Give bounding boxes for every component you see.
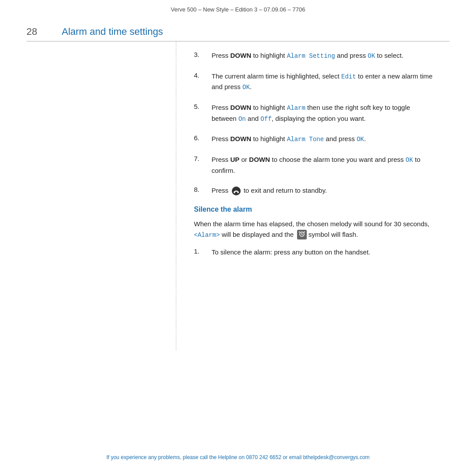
silence-title: Silence the alarm bbox=[194, 206, 436, 213]
silence-paragraph: When the alarm time has elapsed, the cho… bbox=[194, 219, 436, 240]
step-text-4: The current alarm time is highlighted, s… bbox=[212, 71, 436, 93]
silence-section: Silence the alarm When the alarm time ha… bbox=[194, 206, 436, 258]
down-bold-5: DOWN bbox=[231, 104, 252, 111]
alarm-symbol-icon bbox=[297, 230, 307, 239]
steps-list: 3. Press DOWN to highlight Alarm Setting… bbox=[194, 50, 436, 196]
alarm-setting-mono: Alarm Setting bbox=[287, 52, 335, 60]
footer-text: If you experience any problems, please c… bbox=[106, 454, 369, 460]
step-text-6: Press DOWN to highlight Alarm Tone and p… bbox=[212, 134, 366, 145]
sub-steps-list: 1. To silence the alarm: press any butto… bbox=[194, 247, 436, 257]
step-number-6: 6. bbox=[194, 134, 206, 142]
end-call-icon bbox=[231, 186, 241, 196]
svg-rect-8 bbox=[304, 232, 305, 232]
down-bold-3: DOWN bbox=[231, 52, 252, 59]
svg-rect-2 bbox=[237, 192, 238, 193]
svg-rect-7 bbox=[299, 232, 300, 232]
step-6: 6. Press DOWN to highlight Alarm Tone an… bbox=[194, 134, 436, 145]
down-bold-7: DOWN bbox=[249, 156, 270, 163]
step-number-7: 7. bbox=[194, 154, 206, 162]
step-7: 7. Press UP or DOWN to choose the alarm … bbox=[194, 154, 436, 176]
ok-mono-3: OK bbox=[368, 52, 375, 60]
step-text-7: Press UP or DOWN to choose the alarm ton… bbox=[212, 154, 436, 176]
edit-mono: Edit bbox=[341, 73, 356, 80]
step-number-5: 5. bbox=[194, 102, 206, 110]
right-column: 3. Press DOWN to highlight Alarm Setting… bbox=[176, 41, 450, 350]
chapter-title: Alarm and time settings bbox=[62, 26, 163, 37]
document-title: Verve 500 – New Style – Edition 3 – 07.0… bbox=[171, 6, 305, 13]
off-mono: Off bbox=[260, 116, 271, 123]
ok-mono-4: OK bbox=[242, 84, 250, 91]
step-5: 5. Press DOWN to highlight Alarm then us… bbox=[194, 102, 436, 124]
alarm-tone-mono: Alarm Tone bbox=[287, 136, 324, 143]
step-4: 4. The current alarm time is highlighted… bbox=[194, 71, 436, 93]
alarm-tag: <Alarm> bbox=[194, 232, 220, 239]
on-mono: On bbox=[238, 116, 246, 123]
step-text-5: Press DOWN to highlight Alarm then use t… bbox=[212, 102, 436, 124]
ok-mono-7: OK bbox=[405, 157, 413, 164]
sub-step-text-1: To silence the alarm: press any button o… bbox=[212, 247, 370, 257]
step-number-4: 4. bbox=[194, 71, 206, 79]
step-3: 3. Press DOWN to highlight Alarm Setting… bbox=[194, 50, 436, 61]
left-column bbox=[26, 41, 176, 350]
step-number-3: 3. bbox=[194, 50, 206, 58]
sub-step-1: 1. To silence the alarm: press any butto… bbox=[194, 247, 436, 257]
page-footer: If you experience any problems, please c… bbox=[0, 454, 476, 460]
content-area: 3. Press DOWN to highlight Alarm Setting… bbox=[26, 41, 450, 350]
step-text-8: Press to exit and return to standby. bbox=[212, 185, 327, 196]
sub-step-number-1: 1. bbox=[194, 247, 206, 255]
svg-rect-1 bbox=[234, 192, 235, 193]
down-bold-6: DOWN bbox=[231, 135, 252, 142]
step-number-8: 8. bbox=[194, 185, 206, 193]
svg-rect-6 bbox=[301, 234, 303, 235]
step-text-3: Press DOWN to highlight Alarm Setting an… bbox=[212, 50, 403, 61]
step-8: 8. Press to exit and return to standby. bbox=[194, 185, 436, 196]
up-bold-7: UP bbox=[231, 156, 240, 163]
ok-mono-6: OK bbox=[357, 136, 364, 143]
chapter-number: 28 bbox=[26, 26, 44, 37]
alarm-mono-5: Alarm bbox=[287, 105, 305, 112]
